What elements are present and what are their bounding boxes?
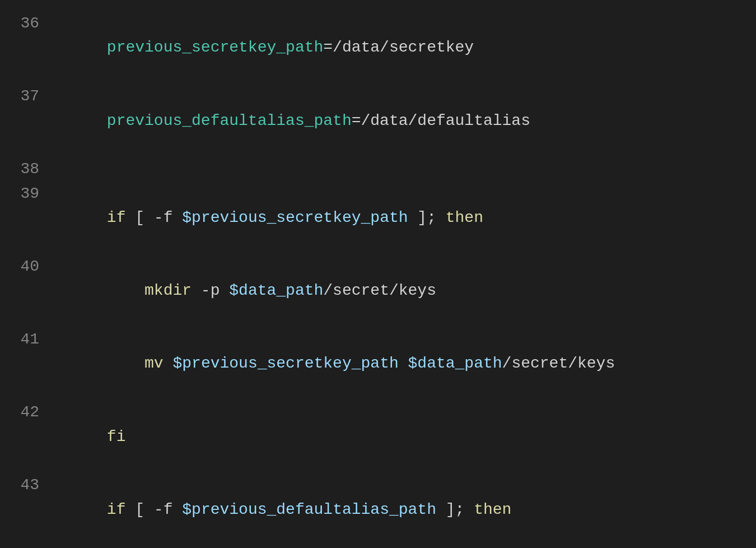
code-line-39: 39 if [ -f $previous_secretkey_path ]; t… — [17, 182, 739, 254]
code-line-40: 40 mkdir -p $data_path/secret/keys — [17, 254, 739, 327]
code-line-42: 42 fi — [17, 400, 739, 473]
code-line-41: 41 mv $previous_secretkey_path $data_pat… — [17, 327, 739, 400]
code-line-36: 36 previous_secretkey_path=/data/secretk… — [17, 11, 739, 84]
code-line-37: 37 previous_defaultalias_path=/data/defa… — [17, 84, 739, 157]
code-editor: 36 previous_secretkey_path=/data/secretk… — [0, 0, 756, 548]
code-line-43: 43 if [ -f $previous_defaultalias_path ]… — [17, 473, 739, 546]
code-line-38: 38 — [17, 157, 739, 181]
code-line-44: 44 mkdir -p $data_path/secret/keys — [17, 546, 739, 548]
